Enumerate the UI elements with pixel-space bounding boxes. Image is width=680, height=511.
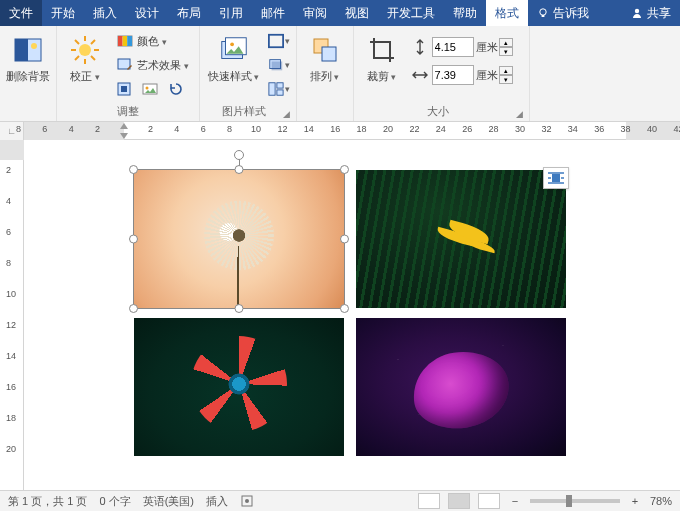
color-button[interactable]: 颜色 xyxy=(113,30,193,52)
tab-developer[interactable]: 开发工具 xyxy=(378,0,444,26)
svg-point-40 xyxy=(245,499,249,503)
width-input[interactable] xyxy=(432,65,474,85)
status-word-count[interactable]: 0 个字 xyxy=(99,494,130,509)
view-print-layout[interactable] xyxy=(448,493,470,509)
handle-n[interactable] xyxy=(235,165,244,174)
status-page[interactable]: 第 1 页，共 1 页 xyxy=(8,494,87,509)
picture-1[interactable] xyxy=(134,170,344,308)
ruler-h-number: 18 xyxy=(357,124,367,134)
ruler-v-number: 6 xyxy=(6,227,11,237)
svg-rect-33 xyxy=(322,47,336,61)
handle-w[interactable] xyxy=(129,235,138,244)
ruler-horizontal[interactable]: ∟ 86422468101214161820222426283032343638… xyxy=(0,122,680,140)
handle-nw[interactable] xyxy=(129,165,138,174)
compress-pictures-button[interactable] xyxy=(113,78,135,100)
crop-icon xyxy=(366,34,398,66)
tab-view[interactable]: 视图 xyxy=(336,0,378,26)
tab-help[interactable]: 帮助 xyxy=(444,0,486,26)
tab-home[interactable]: 开始 xyxy=(42,0,84,26)
handle-sw[interactable] xyxy=(129,304,138,313)
tab-review[interactable]: 审阅 xyxy=(294,0,336,26)
zoom-in[interactable]: + xyxy=(628,495,642,507)
ruler-h-number: 8 xyxy=(16,124,21,134)
crop-button[interactable]: 裁剪 xyxy=(360,30,404,83)
svg-rect-34 xyxy=(552,174,560,182)
ruler-h-number: 30 xyxy=(515,124,525,134)
ruler-v-number: 4 xyxy=(6,196,11,206)
svg-point-22 xyxy=(146,87,149,90)
tab-format[interactable]: 格式 xyxy=(486,0,528,26)
share-button[interactable]: 共享 xyxy=(622,0,680,26)
ruler-v-number: 10 xyxy=(6,289,16,299)
ruler-h-number: 4 xyxy=(174,124,179,134)
handle-ne[interactable] xyxy=(340,165,349,174)
zoom-level[interactable]: 78% xyxy=(650,495,672,507)
ribbon-tabstrip: 文件 开始 插入 设计 布局 引用 邮件 审阅 视图 开发工具 帮助 格式 告诉… xyxy=(0,0,680,26)
picture-effects-button[interactable]: ▾ xyxy=(268,54,290,76)
zoom-slider[interactable] xyxy=(530,499,620,503)
tab-design[interactable]: 设计 xyxy=(126,0,168,26)
picture-layout-button[interactable]: ▾ xyxy=(268,78,290,100)
picture-styles-dialog-launcher[interactable]: ◢ xyxy=(283,109,290,119)
tab-insert[interactable]: 插入 xyxy=(84,0,126,26)
ruler-h-number: 20 xyxy=(383,124,393,134)
handle-s[interactable] xyxy=(235,304,244,313)
ruler-vertical[interactable]: 2468101214161820 xyxy=(0,140,24,490)
width-down[interactable]: ▾ xyxy=(499,75,513,84)
macro-record-icon[interactable] xyxy=(240,494,254,508)
height-input[interactable] xyxy=(432,37,474,57)
tab-references[interactable]: 引用 xyxy=(210,0,252,26)
ruler-h-number: 24 xyxy=(436,124,446,134)
ruler-h-number: 28 xyxy=(489,124,499,134)
view-web-layout[interactable] xyxy=(478,493,500,509)
color-label: 颜色 xyxy=(137,34,167,49)
svg-rect-29 xyxy=(268,83,274,95)
picture-2[interactable] xyxy=(356,170,566,308)
artistic-effects-button[interactable]: 艺术效果 xyxy=(113,54,193,76)
group-size: 裁剪 厘米 ▴▾ 厘米 ▴▾ xyxy=(354,26,530,121)
layout-options-button[interactable] xyxy=(543,167,569,189)
height-spinner[interactable]: 厘米 ▴▾ xyxy=(410,36,513,58)
corrections-label: 校正 xyxy=(70,70,100,83)
quick-styles-button[interactable]: 快速样式 xyxy=(206,30,262,83)
picture-border-button[interactable]: ▾ xyxy=(268,30,290,52)
svg-rect-16 xyxy=(118,36,123,46)
tab-mail[interactable]: 邮件 xyxy=(252,0,294,26)
view-read-mode[interactable] xyxy=(418,493,440,509)
status-language[interactable]: 英语(美国) xyxy=(143,494,194,509)
svg-point-6 xyxy=(79,44,91,56)
lightbulb-icon xyxy=(537,7,549,19)
change-picture-button[interactable] xyxy=(139,78,161,100)
height-down[interactable]: ▾ xyxy=(499,47,513,56)
sun-icon xyxy=(69,34,101,66)
zoom-out[interactable]: − xyxy=(508,495,522,507)
tab-layout[interactable]: 布局 xyxy=(168,0,210,26)
remove-background-button[interactable]: 删除背景 xyxy=(6,30,50,82)
ribbon: 删除背景 校正 颜色 xyxy=(0,26,680,122)
page xyxy=(124,160,578,460)
ruler-v-number: 14 xyxy=(6,351,16,361)
document-canvas[interactable] xyxy=(24,140,680,490)
svg-rect-26 xyxy=(268,35,282,47)
group-arrange: 排列 xyxy=(297,26,354,121)
width-spinner[interactable]: 厘米 ▴▾ xyxy=(410,64,513,86)
corrections-button[interactable]: 校正 xyxy=(63,30,107,83)
handle-se[interactable] xyxy=(340,304,349,313)
height-up[interactable]: ▴ xyxy=(499,38,513,47)
reset-picture-button[interactable] xyxy=(165,78,187,100)
size-dialog-launcher[interactable]: ◢ xyxy=(516,109,523,119)
arrange-button[interactable]: 排列 xyxy=(303,30,347,83)
handle-e[interactable] xyxy=(340,235,349,244)
rotate-handle[interactable] xyxy=(234,150,244,160)
width-up[interactable]: ▴ xyxy=(499,66,513,75)
indent-first-line[interactable] xyxy=(120,123,128,129)
picture-4[interactable] xyxy=(356,318,566,456)
svg-rect-30 xyxy=(276,83,282,88)
picture-3[interactable] xyxy=(134,318,344,456)
status-insert-mode[interactable]: 插入 xyxy=(206,494,228,509)
svg-rect-28 xyxy=(271,61,282,70)
tab-file[interactable]: 文件 xyxy=(0,0,42,26)
indent-hanging[interactable] xyxy=(120,133,128,139)
tell-me[interactable]: 告诉我 xyxy=(528,0,598,26)
height-icon xyxy=(410,37,430,57)
